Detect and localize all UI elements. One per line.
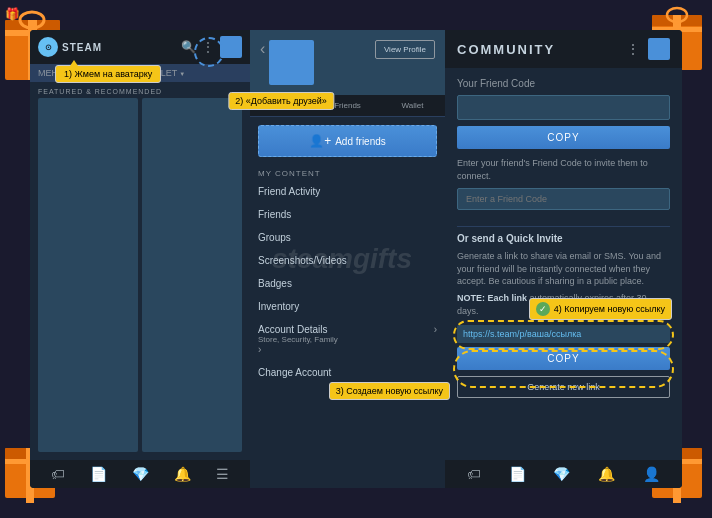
tab-wallet[interactable]: Wallet — [380, 95, 445, 116]
tooltip-copy-link: ✓ 4) Копируем новую ссылку — [529, 298, 672, 320]
community-bottom-nav: 🏷 📄 💎 🔔 👤 — [445, 460, 682, 488]
bottom-nav-bell-icon[interactable]: 🔔 — [174, 466, 191, 482]
steam-logo-text: STEAM — [62, 42, 102, 53]
steam-icon: ⊙ — [38, 37, 58, 57]
tooltip1-arrow — [70, 60, 78, 66]
tooltip-add-friends: 2) «Добавить друзей» — [228, 92, 334, 110]
community-avatar — [648, 38, 670, 60]
divider — [457, 226, 670, 227]
menu-groups[interactable]: Groups — [250, 226, 445, 249]
bottom-nav-menu-icon[interactable]: ☰ — [216, 466, 229, 482]
profile-popup: ‹ View Profile Games Friends Wallet 👤+ A… — [250, 30, 445, 488]
quick-invite-description: Generate a link to share via email or SM… — [457, 250, 670, 288]
community-header-right: ⋮ — [626, 38, 670, 60]
enter-friend-code-input[interactable] — [457, 188, 670, 210]
generate-new-link-button[interactable]: Generate new link — [457, 376, 670, 398]
my-content-label: MY CONTENT — [250, 165, 445, 180]
back-arrow-icon[interactable]: ‹ — [260, 40, 265, 58]
community-content: Your Friend Code COPY Enter your friend'… — [445, 68, 682, 460]
steam-client: ⊙ STEAM 🔍 ⋮ МЕНЮ WISHLIST WALLET FEATURE… — [30, 30, 250, 488]
profile-header: ‹ View Profile — [250, 30, 445, 95]
friend-code-description: Enter your friend's Friend Code to invit… — [457, 157, 670, 182]
featured-label: FEATURED & RECOMMENDED — [30, 82, 250, 98]
note-prefix: NOTE: Each link — [457, 293, 527, 303]
tooltip-avatar: 1) Жмем на аватарку — [55, 65, 161, 83]
menu-inventory[interactable]: Inventory — [250, 295, 445, 318]
invite-link-url: https://s.team/p/ваша/ссылка — [457, 325, 670, 343]
friend-code-input[interactable] — [457, 95, 670, 120]
bottom-nav-store-icon[interactable]: 📄 — [90, 466, 107, 482]
add-friends-button[interactable]: 👤+ Add friends — [258, 125, 437, 157]
steam-logo: ⊙ STEAM — [38, 37, 102, 57]
menu-account-details[interactable]: Account Details› Store, Security, Family — [250, 318, 445, 361]
featured-image-2 — [142, 98, 242, 452]
featured-image-1 — [38, 98, 138, 452]
profile-avatar — [269, 40, 314, 85]
tooltip4-text: 4) Копируем новую ссылку — [554, 304, 665, 314]
copy-link-button[interactable]: COPY — [457, 347, 670, 370]
add-icon: 👤+ — [309, 134, 331, 148]
avatar[interactable] — [220, 36, 242, 58]
menu-badges[interactable]: Badges — [250, 272, 445, 295]
community-title: COMMUNITY — [457, 42, 555, 57]
copy-friend-code-button[interactable]: COPY — [457, 126, 670, 149]
quick-invite-title: Or send a Quick Invite — [457, 233, 670, 244]
add-friends-label: Add friends — [335, 136, 386, 147]
friend-code-label: Your Friend Code — [457, 78, 670, 89]
community-menu-icon[interactable]: ⋮ — [626, 41, 640, 57]
comm-nav-bell-icon[interactable]: 🔔 — [598, 466, 615, 482]
comm-nav-gem-icon[interactable]: 💎 — [553, 466, 570, 482]
search-icon[interactable]: 🔍 — [181, 40, 196, 54]
menu-change-account[interactable]: Change Account — [250, 361, 445, 384]
menu-screenshots[interactable]: Screenshots/Videos — [250, 249, 445, 272]
comm-nav-tag-icon[interactable]: 🏷 — [467, 466, 481, 482]
steam-header: ⊙ STEAM 🔍 ⋮ — [30, 30, 250, 64]
community-panel: COMMUNITY ⋮ Your Friend Code COPY Enter … — [445, 30, 682, 488]
featured-images — [30, 98, 250, 460]
tooltip1-text: 1) Жмем на аватарку — [64, 69, 152, 79]
steam-main: FEATURED & RECOMMENDED — [30, 82, 250, 460]
svg-text:🎁: 🎁 — [5, 6, 20, 21]
comm-nav-user-icon[interactable]: 👤 — [643, 466, 660, 482]
steam-header-icons: 🔍 ⋮ — [181, 36, 242, 58]
check-circle-icon: ✓ — [536, 302, 550, 316]
menu-friends[interactable]: Friends — [250, 203, 445, 226]
menu-friend-activity[interactable]: Friend Activity — [250, 180, 445, 203]
community-header: COMMUNITY ⋮ — [445, 30, 682, 68]
steam-bottom-nav: 🏷 📄 💎 🔔 ☰ — [30, 460, 250, 488]
tooltip-generate-link: 3) Создаем новую ссылку — [329, 382, 450, 400]
comm-nav-store-icon[interactable]: 📄 — [509, 466, 526, 482]
bottom-nav-tag-icon[interactable]: 🏷 — [51, 466, 65, 482]
menu-icon[interactable]: ⋮ — [202, 40, 214, 54]
main-container: ⊙ STEAM 🔍 ⋮ МЕНЮ WISHLIST WALLET FEATURE… — [30, 30, 682, 488]
bottom-nav-gem-icon[interactable]: 💎 — [132, 466, 149, 482]
view-profile-button[interactable]: View Profile — [375, 40, 435, 59]
